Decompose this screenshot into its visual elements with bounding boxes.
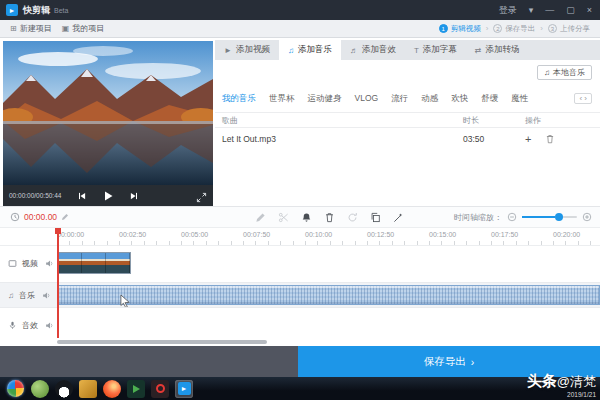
- zoom-slider[interactable]: [522, 216, 577, 218]
- taskbar-firefox-icon[interactable]: [103, 380, 121, 398]
- timeline-scrollbar[interactable]: [57, 340, 267, 344]
- category-pop[interactable]: 流行: [391, 93, 408, 105]
- previous-frame-button[interactable]: [76, 190, 88, 202]
- taskbar-photo-viewer-icon[interactable]: [79, 380, 97, 398]
- timeline-toolbar: 00:00.00: [0, 206, 600, 228]
- kuaijianji-window: ► 快剪辑 Beta 登录 ▾ — ▢ × ⊞ 新建项目 ▣ 我的项目 1剪辑视…: [0, 0, 600, 400]
- zoom-out-icon[interactable]: [507, 212, 517, 222]
- music-track-label: 音乐: [19, 290, 35, 301]
- next-frame-button[interactable]: [128, 190, 140, 202]
- step-save-export[interactable]: 2保存导出: [493, 24, 535, 34]
- tab-add-video[interactable]: ► 添加视频: [215, 40, 279, 60]
- my-projects-icon: ▣: [62, 24, 70, 33]
- delete-clip-button[interactable]: [324, 212, 335, 223]
- taskbar-360-browser-icon[interactable]: [31, 380, 49, 398]
- song-name: Let It Out.mp3: [215, 134, 463, 144]
- song-table-header: 歌曲 时长 操作: [215, 112, 600, 128]
- maximize-button[interactable]: ▢: [566, 5, 575, 15]
- sound-effect-track: 音效: [0, 313, 600, 337]
- sound-effect-track-icon: [8, 321, 17, 330]
- tab-add-transition[interactable]: ⇄ 添加转场: [466, 40, 529, 60]
- edit-time-icon[interactable]: [61, 213, 69, 221]
- fullscreen-button[interactable]: [196, 189, 207, 207]
- header-actions: 操作: [525, 115, 600, 126]
- effects-wand-button[interactable]: [393, 212, 404, 223]
- sound-effect-track-speaker-icon[interactable]: [45, 321, 54, 330]
- project-bar: ⊞ 新建项目 ▣ 我的项目 1剪辑视频 › 2保存导出 › 3上传分享: [0, 20, 600, 38]
- edit-clip-button[interactable]: [255, 212, 266, 223]
- music-library: ♫ 本地音乐 我的音乐 世界杯 运动健身 VLOG 流行 动感 欢快 舒缓 魔性…: [215, 60, 600, 206]
- windows-start-button[interactable]: [7, 380, 24, 397]
- mute-bell-button[interactable]: [301, 212, 312, 223]
- music-track-speaker-icon[interactable]: [42, 291, 51, 300]
- save-export-button[interactable]: 保存导出›: [298, 346, 600, 377]
- minimize-button[interactable]: —: [545, 5, 554, 15]
- video-clip[interactable]: [57, 252, 131, 274]
- taskbar-media-player-icon[interactable]: [127, 380, 145, 398]
- category-world-cup[interactable]: 世界杯: [269, 93, 295, 105]
- taskbar-qq-icon[interactable]: [55, 380, 73, 398]
- tab-add-sound-effect[interactable]: ♬ 添加音效: [341, 40, 405, 60]
- video-track-label: 视频: [22, 258, 38, 269]
- menu-dropdown-icon[interactable]: ▾: [529, 5, 534, 15]
- clock-icon: [10, 212, 20, 222]
- step-separator: ›: [540, 24, 543, 33]
- add-song-button[interactable]: +: [525, 134, 531, 144]
- preview-frame-image: [3, 41, 213, 185]
- song-row[interactable]: Let It Out.mp3 03:50 +: [215, 128, 600, 150]
- windows-taskbar: ►: [0, 377, 600, 400]
- cut-clip-button[interactable]: [278, 212, 289, 223]
- app-logo-icon: ►: [6, 4, 18, 16]
- my-projects-button[interactable]: ▣ 我的项目: [62, 23, 105, 34]
- taskbar-screen-recorder-icon[interactable]: [151, 380, 169, 398]
- app-badge: Beta: [54, 7, 68, 14]
- category-cheerful[interactable]: 欢快: [451, 93, 468, 105]
- subtitle-icon: T: [414, 46, 419, 55]
- timeline-tracks: 视频 ♫ 音乐 音效: [0, 246, 600, 346]
- titlebar: ► 快剪辑 Beta 登录 ▾ — ▢ ×: [0, 0, 600, 20]
- category-dynamic[interactable]: 动感: [421, 93, 438, 105]
- zoom-slider-handle[interactable]: [555, 213, 563, 221]
- video-track-speaker-icon[interactable]: [45, 259, 54, 268]
- step-upload-share[interactable]: 3上传分享: [548, 24, 590, 34]
- tab-add-music[interactable]: ♫ 添加音乐: [279, 40, 341, 60]
- zoom-in-icon[interactable]: [582, 212, 592, 222]
- tab-add-subtitle[interactable]: T 添加字幕: [405, 40, 466, 60]
- song-duration: 03:50: [463, 134, 525, 144]
- video-track-icon: [8, 259, 17, 268]
- category-soothing[interactable]: 舒缓: [481, 93, 498, 105]
- category-magic[interactable]: 魔性: [511, 93, 528, 105]
- local-music-button[interactable]: ♫ 本地音乐: [537, 65, 592, 80]
- category-vlog[interactable]: VLOG: [355, 93, 379, 105]
- sound-effect-track-label: 音效: [22, 320, 38, 331]
- music-track-icon: ♫: [8, 291, 14, 300]
- play-button[interactable]: [102, 190, 114, 202]
- new-project-button[interactable]: ⊞ 新建项目: [10, 23, 52, 34]
- music-clip-waveform[interactable]: [57, 285, 600, 305]
- preview-controls: 00:00:00/00:50:44: [3, 185, 213, 206]
- music-note-icon: ♫: [288, 46, 294, 55]
- preview-time-display: 00:00:00/00:50:44: [9, 192, 61, 199]
- timeline-zoom-control: 时间轴缩放：: [454, 212, 592, 223]
- step-edit-video[interactable]: 1剪辑视频: [439, 24, 481, 34]
- timeline-ruler[interactable]: 00:00:00 00:02:50 00:05:00 00:07:50 00:1…: [0, 228, 600, 246]
- video-icon: ►: [224, 46, 232, 55]
- timeline-current-time: 00:00.00: [24, 212, 57, 222]
- app-title: 快剪辑: [23, 4, 50, 17]
- copy-clip-button[interactable]: [370, 212, 381, 223]
- workflow-steps: 1剪辑视频 › 2保存导出 › 3上传分享: [439, 24, 600, 34]
- delete-song-button[interactable]: [545, 134, 555, 144]
- header-song: 歌曲: [215, 115, 463, 126]
- video-preview[interactable]: 00:00:00/00:50:44: [3, 41, 213, 206]
- login-button[interactable]: 登录: [499, 4, 517, 17]
- rotate-clip-button[interactable]: [347, 212, 358, 223]
- taskbar-kuaijianji-icon[interactable]: ►: [175, 380, 193, 398]
- category-my-music[interactable]: 我的音乐: [222, 93, 256, 105]
- category-pager[interactable]: ‹ ›: [574, 93, 592, 104]
- song-table: 歌曲 时长 操作 Let It Out.mp3 03:50 +: [215, 112, 600, 150]
- header-duration: 时长: [463, 115, 525, 126]
- media-panel: ► 添加视频 ♫ 添加音乐 ♬ 添加音效 T 添加字幕 ⇄ 添加转场 ♫: [215, 40, 600, 206]
- category-fitness[interactable]: 运动健身: [308, 93, 342, 105]
- playhead[interactable]: [57, 228, 59, 338]
- close-button[interactable]: ×: [587, 5, 592, 15]
